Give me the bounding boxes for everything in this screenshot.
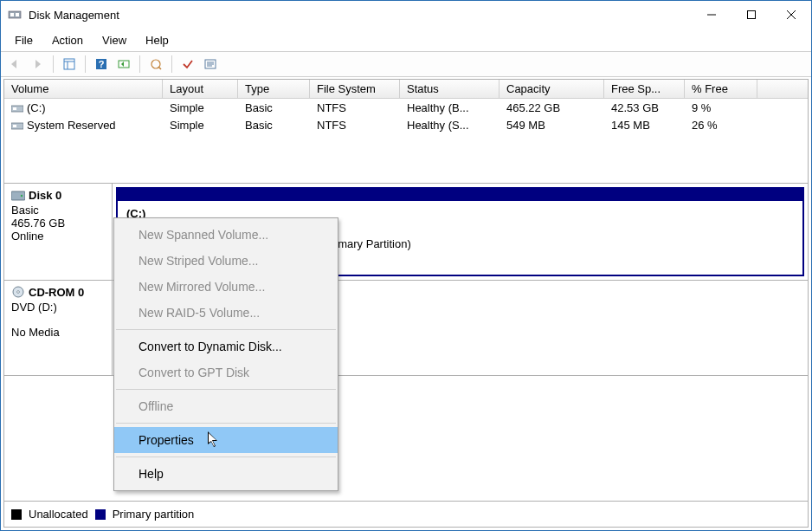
vol-layout: Simple xyxy=(163,100,238,116)
cursor-icon xyxy=(208,431,222,449)
vol-pct: 26 % xyxy=(685,117,757,133)
menu-help[interactable]: Help xyxy=(137,31,177,49)
forward-button xyxy=(27,55,48,74)
legend-unallocated: Unallocated xyxy=(29,508,88,521)
primary-swatch xyxy=(95,509,106,520)
help-button[interactable]: ? xyxy=(91,55,112,74)
svg-point-24 xyxy=(21,195,23,197)
volume-row[interactable]: System Reserved Simple Basic NTFS Health… xyxy=(4,116,808,133)
vol-type: Basic xyxy=(238,117,310,133)
partition-header xyxy=(118,189,802,201)
menubar: File Action View Help xyxy=(1,29,811,51)
vol-free: 42.53 GB xyxy=(604,100,685,116)
context-menu-item: New Striped Volume... xyxy=(114,248,338,274)
vol-status: Healthy (S... xyxy=(400,117,499,133)
col-pct-free[interactable]: % Free xyxy=(685,80,757,98)
disk-state: Online xyxy=(11,230,105,243)
rescan-button[interactable] xyxy=(145,55,166,74)
svg-text:?: ? xyxy=(99,59,105,69)
volumes-body: (C:) Simple Basic NTFS Healthy (B... 465… xyxy=(4,99,808,183)
col-status[interactable]: Status xyxy=(400,80,499,98)
unallocated-swatch xyxy=(11,509,22,520)
context-menu-separator xyxy=(116,329,336,330)
disk-info[interactable]: Disk 0 Basic 465.76 GB Online xyxy=(4,184,113,280)
toolbar-separator xyxy=(53,55,54,73)
volume-row[interactable]: (C:) Simple Basic NTFS Healthy (B... 465… xyxy=(4,99,808,116)
col-type[interactable]: Type xyxy=(238,80,310,98)
vol-name: (C:) xyxy=(4,100,163,116)
vol-fs: NTFS xyxy=(310,100,400,116)
disk-kind: Basic xyxy=(11,204,105,217)
window-controls xyxy=(692,2,811,28)
vol-layout: Simple xyxy=(163,117,238,133)
disk-name: CD-ROM 0 xyxy=(29,286,84,299)
disk-size: 465.76 GB xyxy=(11,217,105,230)
minimize-button[interactable] xyxy=(692,2,731,28)
svg-rect-7 xyxy=(64,59,74,69)
context-menu-separator xyxy=(116,457,336,457)
svg-rect-4 xyxy=(748,11,756,19)
menu-file[interactable]: File xyxy=(6,31,42,49)
context-menu-item: New RAID-5 Volume... xyxy=(114,300,338,326)
cd-icon xyxy=(11,286,25,301)
disk-info[interactable]: CD-ROM 0 DVD (D:) No Media xyxy=(4,281,113,375)
toolbar: ? xyxy=(1,51,811,77)
svg-line-14 xyxy=(158,67,161,69)
context-menu-separator xyxy=(116,423,336,424)
col-free[interactable]: Free Sp... xyxy=(604,80,685,98)
window-title: Disk Management xyxy=(29,9,692,22)
col-filesystem[interactable]: File System xyxy=(310,80,400,98)
context-menu-item: New Spanned Volume... xyxy=(114,222,338,248)
toolbar-separator xyxy=(139,55,140,73)
svg-point-26 xyxy=(17,291,20,294)
col-layout[interactable]: Layout xyxy=(163,80,238,98)
hdd-icon xyxy=(11,191,25,204)
disk-name: Disk 0 xyxy=(29,189,61,202)
settings-button[interactable] xyxy=(200,55,221,74)
check-button[interactable] xyxy=(177,55,198,74)
svg-rect-22 xyxy=(13,125,16,127)
menu-view[interactable]: View xyxy=(93,31,135,49)
disk-state: No Media xyxy=(11,326,105,339)
context-menu-item[interactable]: Properties xyxy=(114,427,338,453)
vol-capacity: 549 MB xyxy=(499,117,604,133)
maximize-button[interactable] xyxy=(731,2,771,28)
volumes-header: Volume Layout Type File System Status Ca… xyxy=(4,80,808,99)
vol-status: Healthy (B... xyxy=(400,100,499,116)
legend: Unallocated Primary partition xyxy=(4,501,808,527)
context-menu: New Spanned Volume...New Striped Volume.… xyxy=(113,217,338,491)
vol-type: Basic xyxy=(238,100,310,116)
col-volume[interactable]: Volume xyxy=(4,80,163,98)
context-menu-item: Offline xyxy=(114,393,338,419)
svg-rect-20 xyxy=(13,107,16,110)
context-menu-item: Convert to GPT Disk xyxy=(114,359,338,385)
context-menu-separator xyxy=(116,389,336,390)
back-button xyxy=(4,55,25,74)
context-menu-item[interactable]: Help xyxy=(114,461,338,487)
vol-fs: NTFS xyxy=(310,117,400,133)
menu-action[interactable]: Action xyxy=(43,31,92,49)
volumes-pane: Volume Layout Type File System Status Ca… xyxy=(4,80,808,184)
context-menu-item[interactable]: Convert to Dynamic Disk... xyxy=(114,333,338,359)
titlebar[interactable]: Disk Management xyxy=(1,1,811,29)
toolbar-separator xyxy=(171,55,172,73)
app-icon xyxy=(8,8,22,22)
svg-rect-23 xyxy=(11,191,25,200)
vol-capacity: 465.22 GB xyxy=(499,100,604,116)
show-hide-console-tree-button[interactable] xyxy=(59,55,80,74)
vol-name: System Reserved xyxy=(4,117,163,133)
refresh-button[interactable] xyxy=(113,55,134,74)
disk-management-window: Disk Management File Action View Help ? … xyxy=(0,0,812,531)
svg-rect-2 xyxy=(16,13,19,16)
context-menu-item: New Mirrored Volume... xyxy=(114,274,338,300)
legend-primary: Primary partition xyxy=(113,508,195,521)
vol-free: 145 MB xyxy=(604,117,685,133)
vol-pct: 9 % xyxy=(685,100,757,116)
col-capacity[interactable]: Capacity xyxy=(499,80,604,98)
close-button[interactable] xyxy=(771,2,811,28)
toolbar-separator xyxy=(85,55,86,73)
disk-kind: DVD (D:) xyxy=(11,301,105,314)
svg-rect-1 xyxy=(10,13,14,16)
